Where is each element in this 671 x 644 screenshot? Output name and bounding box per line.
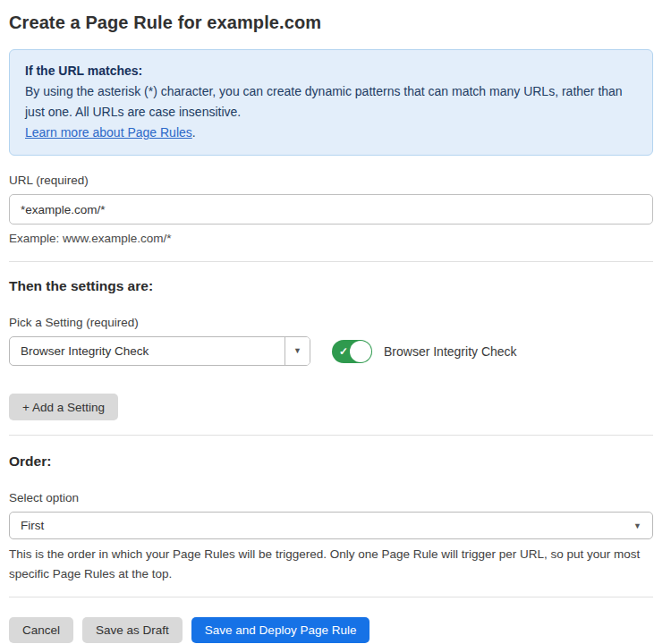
toggle-knob: [350, 341, 371, 362]
divider: [9, 261, 653, 262]
setting-row: Browser Integrity Check ▼ ✓ Browser Inte…: [9, 336, 653, 366]
settings-heading: Then the settings are:: [9, 278, 653, 294]
page-title: Create a Page Rule for example.com: [9, 13, 653, 33]
order-select-label: Select option: [9, 491, 653, 504]
add-setting-button[interactable]: + Add a Setting: [9, 394, 118, 420]
info-box: If the URL matches: By using the asteris…: [9, 49, 653, 156]
link-period: .: [192, 125, 196, 140]
check-icon: ✓: [339, 345, 348, 358]
divider: [9, 597, 653, 597]
info-box-body: By using the asterisk (*) character, you…: [25, 81, 637, 123]
url-input[interactable]: [9, 194, 653, 225]
order-select[interactable]: First ▼: [9, 512, 653, 539]
order-heading: Order:: [9, 453, 653, 470]
setting-toggle-label: Browser Integrity Check: [384, 344, 517, 359]
order-description: This is the order in which your Page Rul…: [9, 545, 653, 584]
form-actions: Cancel Save as Draft Save and Deploy Pag…: [9, 615, 653, 643]
setting-toggle[interactable]: ✓: [332, 340, 372, 363]
order-select-value: First: [21, 519, 44, 532]
setting-select[interactable]: Browser Integrity Check ▼: [9, 336, 310, 366]
cancel-button[interactable]: Cancel: [9, 617, 73, 643]
save-deploy-button[interactable]: Save and Deploy Page Rule: [191, 617, 370, 643]
info-box-heading: If the URL matches:: [25, 61, 637, 81]
divider: [9, 435, 653, 436]
setting-select-value: Browser Integrity Check: [10, 337, 285, 365]
learn-more-link[interactable]: Learn more about Page Rules: [25, 125, 192, 140]
chevron-down-icon: ▼: [293, 347, 302, 355]
url-example-hint: Example: www.example.com/*: [9, 232, 653, 245]
chevron-down-icon: ▼: [633, 521, 641, 530]
info-box-link-line: Learn more about Page Rules.: [25, 123, 637, 143]
setting-select-arrow-button[interactable]: ▼: [285, 337, 310, 365]
save-draft-button[interactable]: Save as Draft: [82, 617, 183, 643]
setting-toggle-group: ✓ Browser Integrity Check: [332, 340, 517, 363]
url-label: URL (required): [9, 174, 653, 187]
pick-setting-label: Pick a Setting (required): [9, 316, 653, 329]
